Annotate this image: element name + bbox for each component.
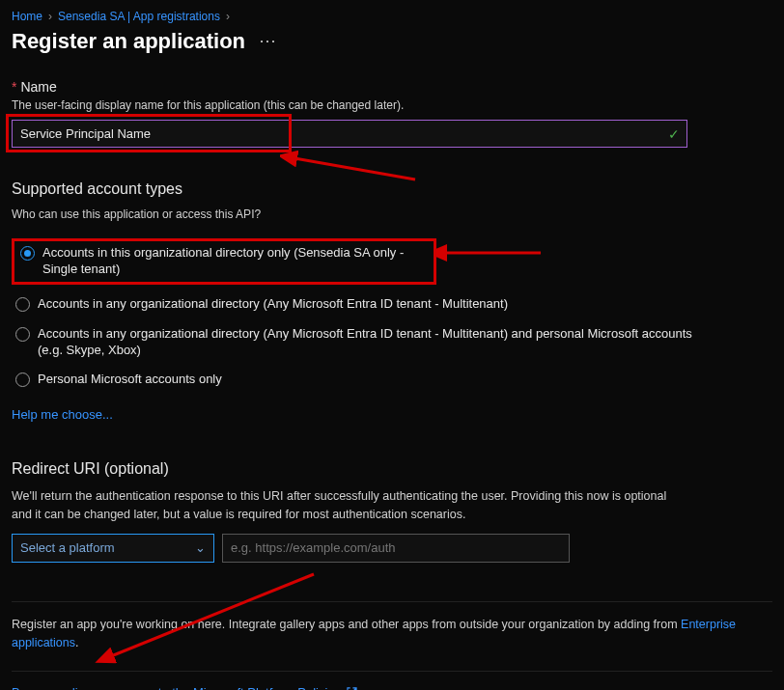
- chevron-down-icon: ⌄: [195, 540, 206, 555]
- redirect-uri-description: We'll return the authentication response…: [12, 487, 687, 524]
- chevron-right-icon: ›: [226, 10, 230, 23]
- radio-icon: [20, 246, 35, 261]
- account-type-multitenant[interactable]: Accounts in any organizational directory…: [12, 294, 772, 315]
- platform-select[interactable]: Select a platform ⌄: [12, 534, 214, 563]
- radio-icon: [15, 327, 30, 342]
- more-actions-button[interactable]: ⋯: [259, 31, 276, 50]
- checkmark-icon: ✓: [668, 126, 680, 142]
- help-me-choose-link[interactable]: Help me choose...: [12, 407, 772, 422]
- redirect-uri-input[interactable]: [222, 534, 570, 563]
- svg-line-0: [294, 158, 415, 179]
- breadcrumb-tenant[interactable]: Sensedia SA | App registrations: [58, 10, 220, 23]
- radio-icon: [15, 297, 30, 312]
- account-type-multitenant-personal[interactable]: Accounts in any organizational directory…: [12, 324, 772, 361]
- radio-icon: [15, 373, 30, 387]
- page-title: Register an application: [12, 29, 245, 54]
- redirect-uri-heading: Redirect URI (optional): [12, 460, 772, 478]
- account-type-personal-only[interactable]: Personal Microsoft accounts only: [12, 370, 772, 390]
- platform-policies-link[interactable]: By proceeding, you agree to the Microsof…: [12, 685, 341, 690]
- breadcrumb-home[interactable]: Home: [12, 10, 42, 23]
- account-type-single-tenant[interactable]: Accounts in this organizational director…: [12, 238, 436, 285]
- breadcrumb: Home › Sensedia SA | App registrations ›: [12, 10, 772, 23]
- chevron-right-icon: ›: [48, 10, 52, 23]
- required-star-icon: *: [12, 79, 16, 95]
- svg-line-2: [111, 574, 314, 656]
- name-description: The user-facing display name for this ap…: [12, 98, 772, 112]
- account-types-question: Who can use this application or access t…: [12, 207, 772, 221]
- account-types-radio-group: Accounts in this organizational director…: [12, 238, 772, 390]
- name-label: *Name: [12, 79, 772, 95]
- display-name-input[interactable]: [12, 120, 687, 148]
